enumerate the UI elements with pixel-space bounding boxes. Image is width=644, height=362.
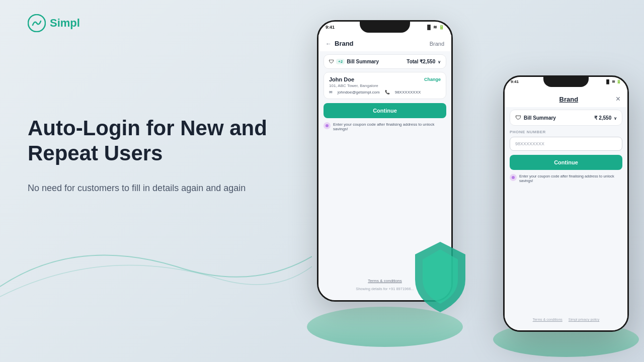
- user-email: johndoe@getsimpl.com: [338, 90, 380, 95]
- shield-decoration: [408, 239, 473, 317]
- user-name: John Doe: [329, 76, 354, 82]
- phone2-coupon-info: Enter your coupon code after finalising …: [510, 174, 622, 183]
- phone2-phone-input[interactable]: 98XXXXXXXX: [510, 137, 622, 151]
- phone2-bill-label: Bill Summary: [524, 115, 556, 121]
- logo: Simpl: [28, 14, 80, 32]
- phone-2: 9:41 ▐▌ ≋ 🔋 Brand × 🛡 Bill Summary ₹ 2,5…: [503, 75, 629, 332]
- phone1-header-left: ← Brand: [326, 40, 354, 47]
- phone2-brand-title: Brand: [559, 96, 579, 103]
- phone1-user-card: John Doe Change 101, ABC Tower, Bangalor…: [324, 72, 446, 99]
- phone2-header: Brand ×: [505, 90, 627, 107]
- phones-container: 9:41 ▐▌ ≋ 🔋 ← Brand Brand 🛡 +2 Bill Summ…: [297, 15, 629, 357]
- phone2-time: 9:41: [511, 79, 519, 84]
- phone1-status: 9:41 ▐▌ ≋ 🔋: [318, 25, 451, 30]
- phone2-bill-left: 🛡 Bill Summary: [515, 114, 556, 121]
- logo-text: Simpl: [50, 17, 80, 30]
- phone1-badge: +2: [336, 59, 345, 64]
- phone2-status: 9:41 ▐▌ ≋ 🔋: [505, 79, 627, 84]
- back-icon: ←: [326, 40, 332, 47]
- user-contact: ✉ johndoe@getsimpl.com 📞 98XXXXXXXX: [329, 90, 441, 95]
- phone2-chevron: ∨: [614, 116, 617, 121]
- coupon-text: Enter your coupon code after finalising …: [333, 122, 446, 131]
- phone1-continue-btn[interactable]: Continue: [324, 103, 446, 118]
- phone-icon: 📞: [385, 90, 390, 95]
- simpl-logo-icon: [28, 14, 46, 32]
- coupon-icon: [324, 122, 331, 129]
- phone2-footer: Terms & conditions Simpl privacy policy: [505, 318, 627, 321]
- phone2-bill-amount: ₹ 2,550 ∨: [594, 115, 617, 121]
- phone2-continue-btn[interactable]: Continue: [510, 155, 622, 170]
- phone1-bill-summary: 🛡 +2 Bill Summary Total ₹2,550 ∨: [324, 54, 446, 69]
- phone1-header-brand: Brand: [430, 41, 444, 47]
- svg-point-1: [326, 124, 329, 127]
- phone2-phone-section: PHONE NUMBER 98XXXXXXXX: [510, 130, 622, 151]
- phone1-title: Brand: [335, 40, 354, 47]
- phone1-header: ← Brand Brand: [318, 35, 451, 51]
- phone2-bill-row: 🛡 Bill Summary ₹ 2,550 ∨: [510, 110, 622, 126]
- phone1-chevron: ∨: [438, 60, 441, 64]
- phone1-bill-total: Total ₹2,550 ∨: [407, 59, 441, 64]
- phone2-close-icon[interactable]: ×: [616, 95, 620, 103]
- phone2-coupon-text: Enter your coupon code after finalising …: [519, 174, 622, 183]
- user-address: 101, ABC Tower, Bangalore: [329, 83, 441, 88]
- sub-text: No need for customers to fill in details…: [28, 180, 309, 196]
- phone1-time: 9:41: [326, 25, 335, 30]
- phone2-simpl-icon: 🛡: [515, 114, 521, 121]
- hero-content: Auto-Login for New and Repeat Users No n…: [28, 116, 309, 196]
- phone2-privacy[interactable]: Simpl privacy policy: [569, 318, 599, 321]
- phone1-coupon-info: Enter your coupon code after finalising …: [324, 122, 446, 131]
- phone1-bill-left: 🛡 +2 Bill Summary: [329, 59, 379, 64]
- user-name-row: John Doe Change: [329, 76, 441, 82]
- phone2-terms[interactable]: Terms & conditions: [533, 318, 562, 321]
- email-icon: ✉: [329, 90, 333, 95]
- phone2-icons: ▐▌ ≋ 🔋: [605, 79, 621, 84]
- curve-decoration: [0, 226, 312, 302]
- svg-point-2: [512, 176, 515, 179]
- user-phone: 98XXXXXXXX: [395, 90, 421, 95]
- change-link[interactable]: Change: [424, 77, 441, 82]
- phone1-simpl-icon: 🛡: [329, 59, 334, 64]
- phone1-icons: ▐▌ ≋ 🔋: [426, 25, 444, 30]
- phone1-bill-label: Bill Summary: [347, 59, 379, 64]
- main-heading: Auto-Login for New and Repeat Users: [28, 116, 309, 166]
- phone2-phone-label: PHONE NUMBER: [510, 130, 622, 134]
- phone2-coupon-icon: [510, 174, 517, 181]
- phone2-screen: Brand × 🛡 Bill Summary ₹ 2,550 ∨ PHONE N…: [505, 90, 627, 330]
